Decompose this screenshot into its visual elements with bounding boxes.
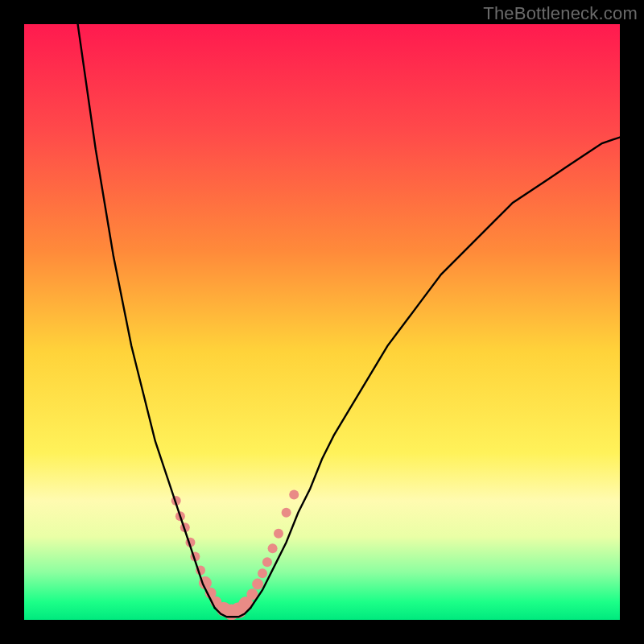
curve-layer bbox=[24, 24, 620, 620]
watermark-text: TheBottleneck.com bbox=[483, 3, 638, 24]
curve-left-branch bbox=[78, 24, 215, 608]
marker-dot bbox=[268, 543, 278, 553]
marker-dot bbox=[274, 529, 283, 539]
marker-dot bbox=[289, 490, 299, 500]
marker-dot bbox=[252, 579, 263, 590]
marker-dot bbox=[282, 508, 291, 518]
plot-area bbox=[24, 24, 620, 620]
chart-stage: TheBottleneck.com bbox=[0, 0, 644, 644]
curve-right-branch bbox=[250, 138, 620, 609]
marker-dot bbox=[262, 557, 272, 567]
marker-dot bbox=[258, 568, 267, 578]
